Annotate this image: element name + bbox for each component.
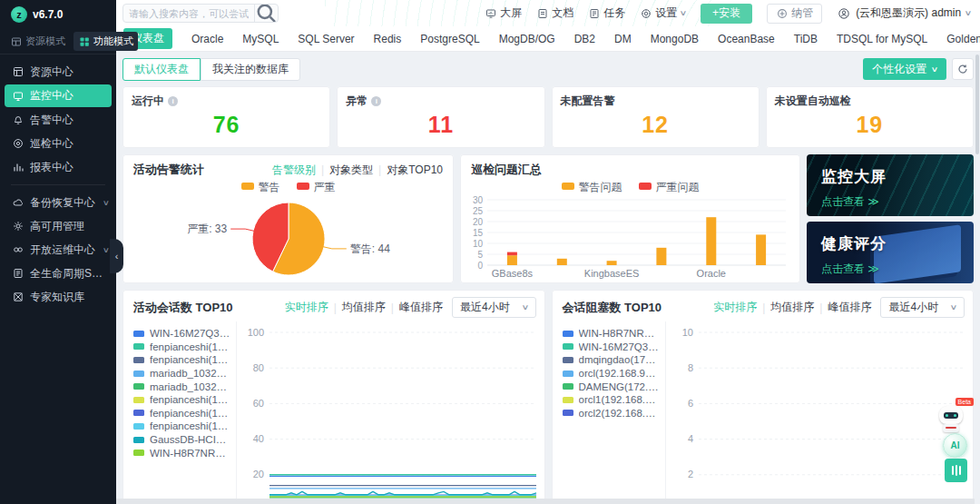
sidebar-item-sql-audit[interactable]: 全生命周期SQL审核 <box>0 262 116 285</box>
sidebar-item-label: 告警中心 <box>30 113 109 128</box>
topbar-menu-任务[interactable]: 任务 <box>588 5 625 21</box>
db-tab-TDSQL for MySQL[interactable]: TDSQL for MySQL <box>837 33 927 45</box>
legend-item[interactable]: fenpianceshi(19... <box>133 393 230 407</box>
time-range-select[interactable]: 最近4小时∨ <box>452 297 536 318</box>
db-tab-MongoDB[interactable]: MongoDB <box>651 33 699 45</box>
sidebar-item-monitor-center[interactable]: 监控中心 <box>5 84 112 107</box>
ai-assistant-button[interactable]: AI <box>943 433 967 458</box>
stat-card-未设置自动巡检[interactable]: 未设置自动巡检19 <box>766 86 974 148</box>
legend-item[interactable]: WIN-H8R7NRJ8... <box>133 446 230 460</box>
sidebar-collapse-handle[interactable]: ‹ <box>110 239 123 273</box>
legend-item[interactable]: WIN-16M27Q3E... <box>563 341 660 354</box>
vertical-scrollbar[interactable] <box>975 54 979 154</box>
db-tab-MogDB/OG[interactable]: MogDB/OG <box>499 33 555 45</box>
alert-tab-对象类型[interactable]: 对象类型 <box>329 163 373 178</box>
stat-card-未配置告警[interactable]: 未配置告警12 <box>552 86 760 148</box>
legend-swatch-icon <box>133 450 144 456</box>
bar-legend: 警告问题严重问题 <box>460 180 800 194</box>
legend-item[interactable]: WIN-16M27Q3E... <box>133 327 230 341</box>
sidebar-item-label: 资源中心 <box>30 64 109 80</box>
legend-item[interactable]: mariadb_10324(1... <box>133 367 230 380</box>
manage-button[interactable]: 纳管 <box>767 4 822 24</box>
legend-item[interactable]: mariadb_10324(1... <box>133 380 230 393</box>
legend-item[interactable]: orcl1(192.168.99... <box>563 393 660 407</box>
sort-tab-实时排序[interactable]: 实时排序 <box>713 300 757 315</box>
topbar: 大屏文档任务设置∨ +安装 纳管 (云和恩墨演示) admin ∨ <box>116 0 980 26</box>
session-charts-row: 活动会话数 TOP10实时排序|均值排序|峰值排序最近4小时∨WIN-16M27… <box>122 290 974 504</box>
bar-legend-item[interactable]: 警告问题 <box>562 180 622 195</box>
sidebar-item-open-ops[interactable]: 开放运维中心∨ <box>0 238 116 262</box>
legend-item[interactable]: orcl2(192.168.99... <box>563 407 660 420</box>
install-button[interactable]: +安装 <box>701 4 752 24</box>
legend-item-label: fenpianceshi(19... <box>150 420 230 431</box>
topbar-menu-label: 任务 <box>603 5 625 21</box>
mode-item-function[interactable]: 功能模式 <box>74 32 138 51</box>
sidebar-item-inspection-center[interactable]: 巡检中心 <box>0 132 116 155</box>
horizontal-scrollbar[interactable] <box>116 499 975 504</box>
sidebar-item-high-availability[interactable]: 高可用管理 <box>0 214 116 238</box>
svg-text:20: 20 <box>253 469 264 479</box>
db-tab-SQL Server[interactable]: SQL Server <box>298 33 354 45</box>
bar-legend-item[interactable]: 严重问题 <box>639 180 700 195</box>
legend-item[interactable]: fenpianceshi(19... <box>133 353 230 367</box>
legend-item[interactable]: fenpianceshi(19... <box>133 341 230 354</box>
stat-card-异常[interactable]: 异常i11 <box>337 86 544 148</box>
sidebar-item-alert-center[interactable]: 告警中心 <box>0 108 116 132</box>
db-tab-TiDB[interactable]: TiDB <box>794 33 818 45</box>
line-chart: 10080604020 <box>237 321 545 504</box>
side-toolbar-button[interactable] <box>945 459 967 482</box>
mode-item-resource[interactable]: 资源模式 <box>5 32 70 51</box>
legend-swatch-icon <box>563 371 573 377</box>
user-menu[interactable]: (云和恩墨演示) admin ∨ <box>837 5 971 21</box>
legend-item[interactable]: WIN-H8R7NRJ8... <box>563 327 660 341</box>
sort-tab-均值排序[interactable]: 均值排序 <box>342 300 386 315</box>
banner-link[interactable]: 点击查看 ≫ <box>821 194 879 210</box>
search-input[interactable] <box>123 8 254 19</box>
session-card-title: 会话阻塞数 TOP10 <box>563 300 662 316</box>
sidebar-item-resource-center[interactable]: 资源中心 <box>0 60 116 84</box>
sort-tab-均值排序[interactable]: 均值排序 <box>770 300 814 315</box>
topbar-menu-设置[interactable]: 设置∨ <box>640 5 686 21</box>
sidebar-item-knowledge-base[interactable]: 专家知识库 <box>0 285 116 309</box>
personalize-settings-button[interactable]: 个性化设置 ∨ <box>863 58 946 80</box>
db-tab-Oracle[interactable]: Oracle <box>191 33 223 45</box>
sort-tab-实时排序[interactable]: 实时排序 <box>285 300 328 315</box>
legend-swatch-icon <box>133 397 144 403</box>
search-icon[interactable] <box>254 5 278 22</box>
sort-tab-峰值排序[interactable]: 峰值排序 <box>399 300 443 315</box>
topbar-menu-大屏[interactable]: 大屏 <box>485 5 522 21</box>
db-tab-OceanBase[interactable]: OceanBase <box>718 33 775 45</box>
sort-tab-峰值排序[interactable]: 峰值排序 <box>828 300 871 315</box>
legend-item[interactable]: DAMENG(172.20... <box>563 380 660 393</box>
banner-监控大屏[interactable]: 监控大屏点击查看 ≫ <box>807 154 974 216</box>
ai-robot-mascot[interactable]: Beta <box>936 402 968 433</box>
db-tab-DM[interactable]: DM <box>614 33 632 45</box>
db-tab-GoldenDB[interactable]: GoldenDB <box>946 33 980 45</box>
banner-健康评分[interactable]: 健康评分点击查看 ≫ <box>807 222 974 283</box>
stat-card-运行中[interactable]: 运行中i76 <box>122 86 330 148</box>
sidebar-item-report-center[interactable]: 报表中心 <box>0 155 116 179</box>
db-tab-DB2[interactable]: DB2 <box>574 33 595 45</box>
pie-legend-item[interactable]: 警告 <box>241 180 280 195</box>
svg-text:15: 15 <box>473 228 484 238</box>
alert-tab-告警级别[interactable]: 告警级别 <box>272 163 316 178</box>
db-tab-PostgreSQL[interactable]: PostgreSQL <box>420 33 479 45</box>
svg-text:40: 40 <box>253 433 264 444</box>
refresh-button[interactable] <box>952 58 974 80</box>
legend-item[interactable]: fenpianceshi(19... <box>133 407 230 420</box>
banner-link[interactable]: 点击查看 ≫ <box>821 262 879 277</box>
topbar-menu-文档[interactable]: 文档 <box>536 5 573 21</box>
legend-item[interactable]: fenpianceshi(19... <box>133 420 230 433</box>
dashboard-tab[interactable]: 默认仪表盘 <box>122 58 201 81</box>
sidebar-item-backup-restore[interactable]: 备份恢复中心∨ <box>0 191 116 214</box>
dashboard-tab[interactable]: 我关注的数据库 <box>201 58 300 81</box>
db-tab-MySQL[interactable]: MySQL <box>242 33 279 45</box>
legend-item-label: fenpianceshi(19... <box>150 354 230 365</box>
legend-item[interactable]: orcl(192.168.99.... <box>563 367 660 380</box>
alert-tab-对象TOP10[interactable]: 对象TOP10 <box>387 163 443 178</box>
db-tab-Redis[interactable]: Redis <box>374 33 402 45</box>
legend-item[interactable]: dmqingdao(172.... <box>563 353 660 367</box>
time-range-select[interactable]: 最近4小时∨ <box>880 297 965 318</box>
pie-legend-item[interactable]: 严重 <box>297 180 336 195</box>
legend-item[interactable]: GaussDB-HCIE(1... <box>133 433 230 447</box>
